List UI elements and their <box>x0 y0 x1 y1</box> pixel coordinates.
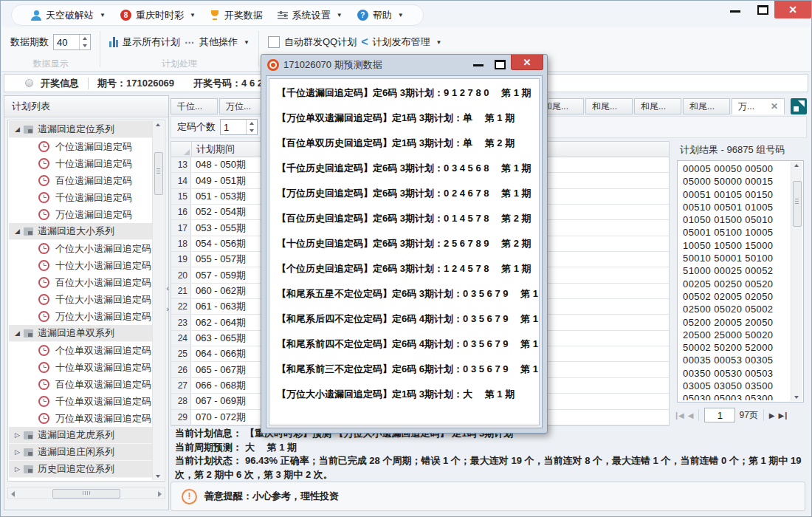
show-all-plans-icon <box>109 37 118 47</box>
tree-collapsed-icon[interactable]: ▷ <box>15 448 24 456</box>
scroll-left-icon[interactable] <box>11 491 15 497</box>
clock-icon <box>38 294 49 305</box>
modal-maximize-button[interactable] <box>495 60 506 69</box>
group-label-data-display: 数据显示 <box>1 58 100 69</box>
window-close-button[interactable]: ✕ <box>774 1 811 18</box>
tree-node[interactable]: ◢ ▷ 百位单双遗漏回追定码 <box>9 376 152 393</box>
help-icon: ? <box>357 10 368 21</box>
plan-tab[interactable]: 万位... <box>219 98 266 114</box>
tree-node[interactable]: ◢ ▷ 千位单双遗漏回追定码 <box>9 393 152 410</box>
other-ops-button[interactable]: 其他操作 <box>199 35 238 49</box>
modal-titlebar[interactable]: 171026070 期预测数据 ✕ <box>261 55 547 75</box>
tree-node[interactable]: ◢ ▷ 百位大小遗漏回追定码 <box>9 274 152 291</box>
stepper-up-icon[interactable] <box>247 120 257 127</box>
prediction-line: 【千位历史回追定码】定6码 3期计划：0 3 4 5 6 8 第 1 期 <box>277 162 539 187</box>
scrollbar-thumb[interactable] <box>154 152 163 195</box>
stepper-down-icon[interactable] <box>80 42 90 49</box>
tree-node[interactable]: ◢ ▷ 个位大小遗漏回追定码 <box>9 240 152 257</box>
tree-node[interactable]: ◢ ▷ 历史回追定位系列 <box>9 461 152 478</box>
tree-node[interactable]: ◢ ▷ 遗漏回追定位系列 <box>9 121 152 138</box>
row-number: 27 <box>171 378 191 393</box>
tree-node-label: 遗漏回追庄闲系列 <box>38 445 114 459</box>
menu-lottery[interactable]: 8 重庆时时彩 ▼ <box>113 9 203 22</box>
tree-node[interactable]: ◢ ▷ 个位单双遗漏回追定码 <box>9 342 152 359</box>
scroll-up-icon[interactable] <box>794 164 799 167</box>
tree-expanded-icon[interactable]: ◢ <box>15 227 24 235</box>
tree-node[interactable]: ◢ ▷ 遗漏回追庄闲系列 <box>9 444 152 461</box>
plan-tab[interactable]: 千位... <box>171 98 218 114</box>
tree-node[interactable]: ◢ ▷ 十位单双遗漏回追定码 <box>9 359 152 376</box>
tree-node[interactable]: ◢ ▷ 遗漏回追龙虎系列 <box>9 427 152 444</box>
tree-expanded-icon[interactable]: ◢ <box>15 126 24 133</box>
window-maximize-button[interactable] <box>757 5 768 15</box>
active-plan-tab[interactable]: 万... ✕ <box>732 98 785 114</box>
collapse-left-icon[interactable]: ‹ <box>166 284 169 292</box>
tree-node[interactable]: ◢ ▷ 个位遗漏回追定码 <box>9 138 152 155</box>
tree-node[interactable]: ◢ ▷ 万位遗漏回追定码 <box>9 206 152 223</box>
tree-node[interactable]: ◢ ▷ 十位大小遗漏回追定码 <box>9 257 152 274</box>
tree-expanded-icon[interactable]: ◢ <box>15 329 24 337</box>
tree-node[interactable]: ◢ ▷ 遗漏回追单双系列 <box>9 325 152 342</box>
stepper-buttons[interactable] <box>79 35 90 49</box>
window-minimize-button[interactable] <box>730 10 740 13</box>
tree-node[interactable]: ◢ ▷ 千位大小遗漏回追定码 <box>9 291 152 308</box>
tree-node[interactable]: ◢ ▷ 十位遗漏回追定码 <box>9 155 152 172</box>
scroll-right-icon[interactable] <box>158 491 162 497</box>
tree-node-label: 百位单双遗漏回追定码 <box>55 378 151 391</box>
code-count-input[interactable] <box>221 120 246 134</box>
menu-help[interactable]: ? 帮助 ▼ <box>350 9 411 22</box>
scroll-up-icon[interactable] <box>156 123 160 126</box>
stepper-buttons[interactable] <box>246 120 257 134</box>
tree-vertical-scrollbar[interactable] <box>152 121 164 480</box>
toolbar-group-plan: 显示所有计划 ⋯ 其他操作 ▼ 计划处理 <box>100 27 258 71</box>
plan-tab[interactable]: 和尾... <box>634 98 681 114</box>
modal-title-text: 171026070 期预测数据 <box>283 58 382 72</box>
expand-panel-icon[interactable] <box>791 98 807 114</box>
group-label-plan-process: 计划处理 <box>100 58 258 69</box>
clock-icon <box>38 260 49 271</box>
tree-node[interactable]: ◢ ▷ 遗漏回追大小系列 <box>9 223 152 240</box>
results-listbox[interactable]: 00005 00050 0050005000 50000 0001500051 … <box>677 160 804 403</box>
menu-site[interactable]: 天空破解站 ▼ <box>24 9 113 22</box>
auto-qq-checkbox[interactable] <box>268 36 280 48</box>
tree-horizontal-scrollbar[interactable] <box>7 487 165 499</box>
stepper-down-icon[interactable] <box>247 127 257 134</box>
tree-node[interactable]: ◢ ▷ 百位遗漏回追定码 <box>9 172 152 189</box>
row-number: 21 <box>171 284 191 298</box>
plan-tab[interactable]: 和尾... <box>585 98 633 114</box>
tab-close-icon[interactable]: ✕ <box>771 99 778 114</box>
plan-tab[interactable]: 和尾... <box>683 98 730 114</box>
scroll-down-icon[interactable] <box>794 396 799 399</box>
stepper-up-icon[interactable] <box>80 35 90 42</box>
periods-stepper[interactable] <box>53 34 91 50</box>
menu-draw-data[interactable]: 开奖数据 <box>203 9 270 22</box>
collapse-right-icon[interactable]: › <box>166 304 169 313</box>
menu-settings[interactable]: 系统设置 ▼ <box>270 9 350 22</box>
tree-collapsed-icon[interactable]: ▷ <box>15 431 24 439</box>
modal-minimize-button[interactable] <box>473 64 484 66</box>
code-count-stepper[interactable] <box>220 119 258 135</box>
tree-node[interactable]: ◢ ▷ 万位单双遗漏回追定码 <box>9 410 152 427</box>
tree-collapsed-icon[interactable]: ▷ <box>15 465 24 473</box>
panel-splitter[interactable]: ‹ › <box>164 284 171 313</box>
auto-qq-label[interactable]: 自动群发QQ计划 <box>284 35 357 49</box>
periods-input[interactable] <box>54 35 79 49</box>
prev-page-button[interactable]: ◀ <box>688 411 694 420</box>
plan-publish-button[interactable]: 计划发布管理 <box>373 35 430 49</box>
last-page-button[interactable]: ▶| <box>779 411 788 420</box>
show-all-plans-button[interactable]: 显示所有计划 <box>123 35 180 49</box>
scroll-down-icon[interactable] <box>156 475 160 478</box>
scrollbar-thumb[interactable] <box>793 181 802 227</box>
tree-node[interactable]: ◢ ▷ 万位大小遗漏回追定码 <box>9 308 152 325</box>
status-line-plan-state: 当前计划状态：96.43% 正确率；当前已完成 28 个周期；错误 1 个；最大… <box>175 454 802 482</box>
tree-node[interactable]: ◢ ▷ 千位遗漏回追定码 <box>9 189 152 206</box>
table-corner-cell[interactable] <box>171 142 192 157</box>
next-page-button[interactable]: ▶ <box>769 411 775 420</box>
results-vertical-scrollbar[interactable] <box>791 162 802 401</box>
tab-label: 千位... <box>177 101 202 112</box>
modal-close-button[interactable]: ✕ <box>511 55 543 70</box>
scrollbar-thumb[interactable] <box>52 489 120 499</box>
page-number-input[interactable] <box>704 408 735 422</box>
first-page-button[interactable]: |◀ <box>675 411 684 420</box>
result-number-line: 00350 00530 00503 <box>683 368 790 380</box>
